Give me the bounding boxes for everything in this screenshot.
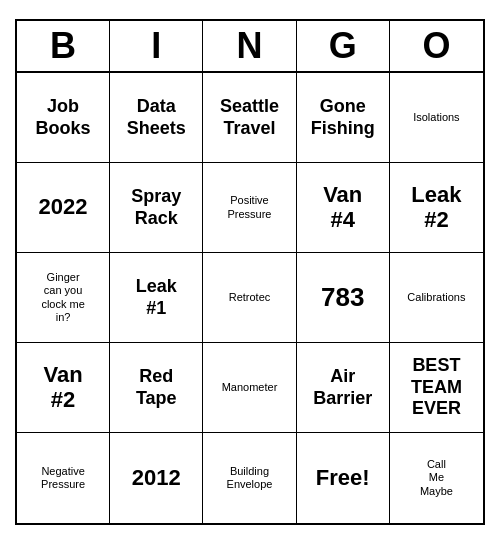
bingo-grid: Job BooksData SheetsSeattle TravelGone F…: [17, 73, 483, 523]
bingo-header-letter: O: [390, 21, 483, 71]
bingo-cell-text: Retrotec: [229, 291, 271, 304]
bingo-cell-text: Van #4: [323, 183, 362, 231]
bingo-card: BINGO Job BooksData SheetsSeattle Travel…: [15, 19, 485, 525]
bingo-cell-text: Seattle Travel: [220, 96, 279, 139]
bingo-header: BINGO: [17, 21, 483, 73]
bingo-header-letter: N: [203, 21, 296, 71]
bingo-cell: 783: [297, 253, 390, 343]
bingo-cell: Isolations: [390, 73, 483, 163]
bingo-cell: Retrotec: [203, 253, 296, 343]
bingo-cell-text: Van #2: [44, 363, 83, 411]
bingo-cell: BEST TEAM EVER: [390, 343, 483, 433]
bingo-cell-text: Leak #1: [136, 276, 177, 319]
bingo-cell: Spray Rack: [110, 163, 203, 253]
bingo-cell: Air Barrier: [297, 343, 390, 433]
bingo-cell: Ginger can you clock me in?: [17, 253, 110, 343]
bingo-cell-text: Positive Pressure: [227, 194, 271, 220]
bingo-cell-text: Data Sheets: [127, 96, 186, 139]
bingo-cell-text: BEST TEAM EVER: [411, 355, 462, 420]
bingo-cell: Manometer: [203, 343, 296, 433]
bingo-cell: Positive Pressure: [203, 163, 296, 253]
bingo-cell-text: Manometer: [222, 381, 278, 394]
bingo-cell: Call Me Maybe: [390, 433, 483, 523]
bingo-cell: Free!: [297, 433, 390, 523]
bingo-cell-text: 783: [321, 282, 364, 313]
bingo-cell: Leak #1: [110, 253, 203, 343]
bingo-cell: Gone Fishing: [297, 73, 390, 163]
bingo-cell: Building Envelope: [203, 433, 296, 523]
bingo-cell: 2012: [110, 433, 203, 523]
bingo-cell: Negative Pressure: [17, 433, 110, 523]
bingo-cell: Leak #2: [390, 163, 483, 253]
bingo-cell-text: Isolations: [413, 111, 459, 124]
bingo-cell-text: Red Tape: [136, 366, 177, 409]
bingo-cell-text: Air Barrier: [313, 366, 372, 409]
bingo-cell: Data Sheets: [110, 73, 203, 163]
bingo-cell-text: Negative Pressure: [41, 465, 85, 491]
bingo-cell: Seattle Travel: [203, 73, 296, 163]
bingo-cell-text: 2022: [39, 195, 88, 219]
bingo-header-letter: B: [17, 21, 110, 71]
bingo-header-letter: G: [297, 21, 390, 71]
bingo-cell: Van #4: [297, 163, 390, 253]
bingo-cell: 2022: [17, 163, 110, 253]
bingo-cell: Calibrations: [390, 253, 483, 343]
bingo-cell: Van #2: [17, 343, 110, 433]
bingo-cell: Red Tape: [110, 343, 203, 433]
bingo-cell: Job Books: [17, 73, 110, 163]
bingo-cell-text: 2012: [132, 466, 181, 490]
bingo-cell-text: Leak #2: [411, 183, 461, 231]
bingo-cell-text: Building Envelope: [227, 465, 273, 491]
bingo-cell-text: Job Books: [36, 96, 91, 139]
bingo-cell-text: Calibrations: [407, 291, 465, 304]
bingo-cell-text: Call Me Maybe: [420, 458, 453, 498]
bingo-header-letter: I: [110, 21, 203, 71]
bingo-cell-text: Spray Rack: [131, 186, 181, 229]
bingo-cell-text: Ginger can you clock me in?: [41, 271, 84, 324]
bingo-cell-text: Free!: [316, 466, 370, 490]
bingo-cell-text: Gone Fishing: [311, 96, 375, 139]
